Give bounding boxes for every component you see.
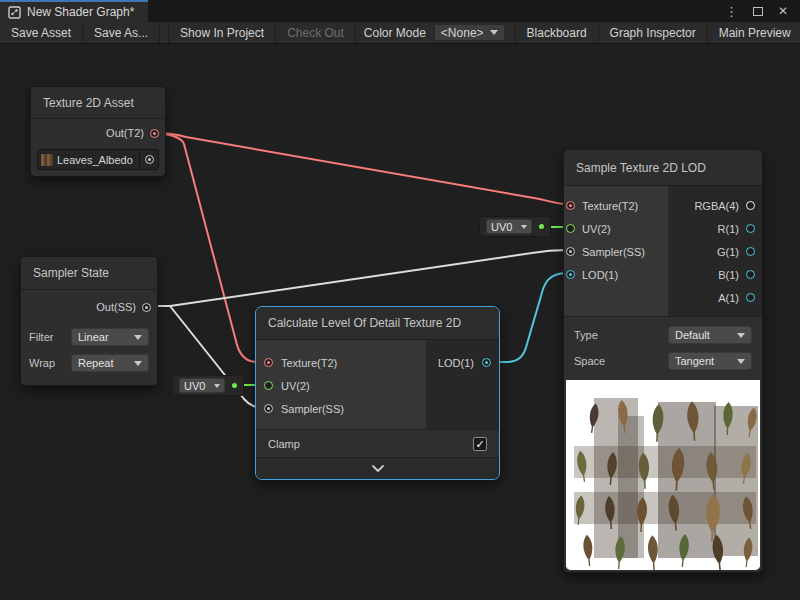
filter-row: Filter Linear (29, 326, 149, 348)
shader-graph-icon (8, 6, 21, 19)
port-out-lod[interactable] (482, 358, 491, 367)
filter-dropdown[interactable]: Linear (71, 328, 149, 346)
port-out-a[interactable] (746, 293, 755, 302)
type-label: Type (574, 329, 668, 341)
space-value: Tangent (675, 355, 714, 367)
clamp-checkbox[interactable]: ✓ (473, 437, 487, 451)
port-label: B(1) (718, 269, 739, 281)
space-dropdown[interactable]: Tangent (668, 352, 752, 370)
save-asset-button[interactable]: Save Asset (0, 22, 83, 43)
color-mode-dropdown[interactable]: <None> (434, 24, 505, 41)
port-out-g[interactable] (746, 247, 755, 256)
port-row-g: G(1) (668, 240, 762, 263)
node-title[interactable]: Calculate Level Of Detail Texture 2D (256, 307, 499, 340)
port-row-texture: Texture(T2) (564, 194, 668, 217)
port-label: UV(2) (281, 380, 310, 392)
chevron-down-icon (490, 30, 498, 35)
filter-label: Filter (29, 331, 71, 343)
type-dropdown[interactable]: Default (668, 326, 752, 344)
object-picker-icon (145, 155, 154, 164)
wrap-value: Repeat (78, 357, 113, 369)
port-row-out-ss: Out(SS) (21, 290, 157, 324)
save-as-button[interactable]: Save As... (83, 22, 160, 43)
sampler-controls: Filter Linear Wrap Repeat (21, 324, 157, 380)
node-calculate-lod-texture-2d[interactable]: Calculate Level Of Detail Texture 2D Tex… (255, 306, 500, 480)
port-row-uv: UV(2) (564, 217, 668, 240)
graph-inspector-button[interactable]: Graph Inspector (598, 22, 707, 43)
port-row-b: B(1) (668, 263, 762, 286)
space-row: Space Tangent (574, 351, 752, 371)
node-sampler-state[interactable]: Sampler State Out(SS) Filter Linear Wrap… (20, 256, 158, 386)
input-ports: Texture(T2) UV(2) Sampler(SS) (256, 340, 426, 429)
port-in-sampler[interactable] (566, 247, 575, 256)
main-preview-button[interactable]: Main Preview (707, 22, 800, 43)
color-mode-label: Color Mode (356, 26, 434, 40)
object-picker-button[interactable] (139, 150, 158, 169)
clamp-row: Clamp ✓ (256, 429, 499, 457)
color-mode-value: <None> (441, 26, 484, 40)
filter-value: Linear (78, 331, 109, 343)
port-label: Out(T2) (106, 127, 144, 139)
show-in-project-button[interactable]: Show In Project (168, 22, 276, 43)
port-row-lod-out: LOD(1) (426, 351, 499, 374)
port-out-ss[interactable] (142, 303, 151, 312)
shader-graph-window: New Shader Graph* ⋮ ✕ Save Asset Save As… (0, 0, 800, 600)
port-out-rgba[interactable] (746, 201, 755, 210)
graph-canvas[interactable]: Texture 2D Asset Out(T2) Leaves_Albedo S… (0, 45, 800, 600)
port-in-lod[interactable] (566, 270, 575, 279)
port-label: G(1) (717, 246, 739, 258)
node-body: Texture(T2) UV(2) Sampler(SS) LOD(1) (564, 186, 762, 316)
port-in-texture[interactable] (264, 358, 273, 367)
clamp-label: Clamp (268, 438, 300, 450)
maximize-icon[interactable] (753, 7, 763, 16)
chevron-down-icon (737, 333, 745, 338)
uv-channel-dropdown[interactable]: UV0 (486, 219, 532, 234)
wrap-dropdown[interactable]: Repeat (71, 354, 149, 372)
close-icon[interactable]: ✕ (778, 5, 788, 17)
port-in-uv[interactable] (264, 381, 273, 390)
chevron-down-icon (521, 225, 527, 229)
chevron-down-icon (214, 384, 220, 388)
port-label: LOD(1) (438, 357, 474, 369)
port-label: A(1) (718, 292, 739, 304)
port-row-lod: LOD(1) (564, 263, 668, 286)
uv-channel-chip-sample: UV0 (479, 216, 551, 237)
type-row: Type Default (574, 325, 752, 345)
edge-texture-to-calc[interactable] (154, 133, 267, 362)
port-out-t2[interactable] (150, 129, 159, 138)
port-row-uv: UV(2) (256, 374, 426, 397)
texture-preview-image (566, 380, 760, 570)
chevron-down-icon (134, 361, 142, 366)
node-title[interactable]: Sample Texture 2D LOD (564, 150, 762, 186)
port-in-sampler[interactable] (264, 404, 273, 413)
port-out-r[interactable] (746, 224, 755, 233)
node-sample-texture-2d-lod[interactable]: Sample Texture 2D LOD Texture(T2) UV(2) … (563, 149, 763, 573)
port-row-texture: Texture(T2) (256, 351, 426, 374)
texture-asset-field[interactable]: Leaves_Albedo (37, 149, 159, 170)
port-row-rgba: RGBA(4) (668, 194, 762, 217)
uv-channel-dropdown[interactable]: UV0 (179, 378, 225, 393)
port-row-sampler: Sampler(SS) (564, 240, 668, 263)
node-texture-2d-asset[interactable]: Texture 2D Asset Out(T2) Leaves_Albedo (30, 86, 166, 177)
edge-texture-to-sample[interactable] (154, 133, 567, 204)
node-body: Texture(T2) UV(2) Sampler(SS) LOD(1) (256, 340, 499, 429)
collapse-button[interactable] (256, 457, 499, 479)
wrap-label: Wrap (29, 357, 71, 369)
node-title[interactable]: Texture 2D Asset (31, 87, 165, 119)
port-in-texture[interactable] (566, 201, 575, 210)
port-label: Sampler(SS) (281, 403, 344, 415)
port-label: Texture(T2) (582, 200, 638, 212)
edge-sampler-to-sample[interactable] (146, 250, 567, 306)
chevron-down-icon (372, 465, 384, 472)
output-ports: RGBA(4) R(1) G(1) B(1) (668, 186, 762, 316)
port-in-uv[interactable] (566, 224, 575, 233)
node-title[interactable]: Sampler State (21, 257, 157, 290)
port-out-b[interactable] (746, 270, 755, 279)
tab-new-shader-graph[interactable]: New Shader Graph* (0, 0, 148, 22)
type-value: Default (675, 329, 710, 341)
port-label: Out(SS) (96, 301, 136, 313)
blackboard-button[interactable]: Blackboard (515, 22, 598, 43)
port-row-a: A(1) (668, 286, 762, 309)
menu-icon[interactable]: ⋮ (725, 5, 738, 18)
port-label: RGBA(4) (694, 200, 739, 212)
